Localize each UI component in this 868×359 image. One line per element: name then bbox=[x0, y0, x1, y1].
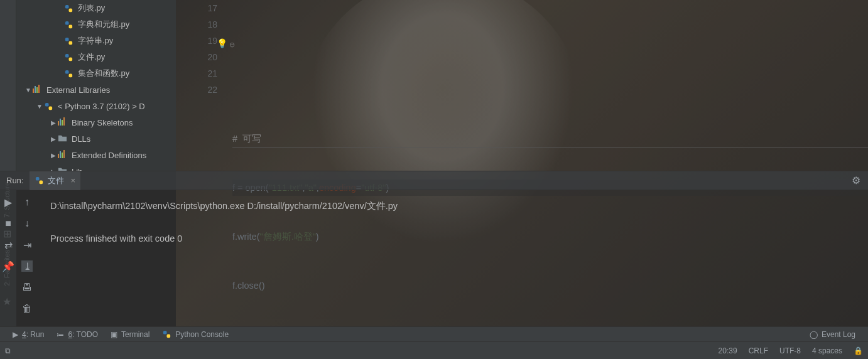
folder-icon bbox=[58, 166, 68, 171]
python-label: < Python 3.7 (2102) > D bbox=[58, 102, 145, 111]
svg-rect-15 bbox=[167, 335, 171, 338]
python-icon bbox=[44, 101, 54, 111]
file-label: 文件.py bbox=[78, 51, 105, 63]
svg-rect-2 bbox=[65, 21, 69, 24]
file-label: 列表.py bbox=[78, 3, 105, 14]
chevron-right-icon: ▶ bbox=[49, 152, 58, 159]
pin-button[interactable]: 📌 bbox=[3, 260, 14, 272]
run-toolbar-right: ↑ ↓ ⇥ ⤓ 🖶 🗑 bbox=[16, 190, 38, 326]
lib-label: DLLs bbox=[72, 134, 90, 144]
gear-icon[interactable]: ⚙ bbox=[844, 174, 868, 186]
run-tab-label: 文件 bbox=[48, 175, 64, 186]
terminal-tool-button[interactable]: ▣Terminal bbox=[104, 330, 156, 339]
file-item[interactable]: 字典和元组.py bbox=[16, 16, 176, 33]
file-item[interactable]: 文件.py bbox=[16, 49, 176, 65]
file-label: 字符串.py bbox=[78, 35, 113, 46]
ext-lib-label: External Libraries bbox=[46, 85, 110, 95]
console-output[interactable]: D:\install\pycharm\2102\venv\Scripts\pyt… bbox=[38, 190, 868, 326]
lib-item[interactable]: ▶Lib bbox=[16, 163, 176, 171]
svg-rect-8 bbox=[65, 70, 69, 73]
line-number: 19💡 bbox=[176, 33, 217, 49]
skeletons-icon bbox=[58, 150, 68, 160]
line-number: 22 bbox=[176, 82, 217, 98]
svg-rect-9 bbox=[69, 73, 73, 77]
lightbulb-icon[interactable]: 💡 bbox=[217, 35, 227, 51]
bottom-tool-bar: ▶4: Run ≔6: TODO ▣Terminal Python Consol… bbox=[0, 326, 868, 341]
python-file-icon bbox=[64, 52, 74, 62]
lib-item[interactable]: ▶Binary Skeletons bbox=[16, 114, 176, 131]
run-tab[interactable]: 文件 × bbox=[30, 171, 80, 190]
lib-item[interactable]: ▶DLLs bbox=[16, 131, 176, 147]
status-bar: ⧉ 20:39 CRLF UTF-8 4 spaces 🔒 bbox=[0, 341, 868, 359]
svg-rect-6 bbox=[65, 53, 69, 57]
chevron-right-icon: ▶ bbox=[49, 119, 58, 126]
up-button[interactable]: ↑ bbox=[21, 196, 33, 208]
lib-item[interactable]: ▶Extended Definitions bbox=[16, 147, 176, 163]
chevron-down-icon: ▼ bbox=[24, 87, 33, 94]
line-number: 21 bbox=[176, 65, 217, 82]
file-label: 集合和函数.py bbox=[78, 68, 129, 79]
line-gutter: 17 18 19💡 20 21 22 ⊖ bbox=[176, 0, 232, 171]
run-toolbar-left: ▶ ■ ⇄ 📌 bbox=[0, 190, 16, 326]
file-item[interactable]: 列表.py bbox=[16, 0, 176, 16]
python-file-icon bbox=[64, 19, 74, 29]
svg-rect-14 bbox=[163, 331, 167, 335]
svg-rect-12 bbox=[36, 177, 40, 181]
layout-button[interactable]: ⇄ bbox=[3, 239, 14, 250]
svg-rect-7 bbox=[69, 57, 73, 61]
status-time: 20:39 bbox=[719, 346, 737, 355]
close-icon[interactable]: × bbox=[70, 176, 75, 185]
libraries-icon bbox=[33, 85, 43, 95]
lib-label: Binary Skeletons bbox=[72, 118, 133, 127]
code-editor[interactable]: 17 18 19💡 20 21 22 ⊖ # 可写 f = open("111.… bbox=[176, 0, 868, 171]
python-file-icon bbox=[64, 36, 74, 46]
status-lock-icon[interactable]: 🔒 bbox=[854, 346, 863, 355]
chevron-down-icon: ▼ bbox=[35, 103, 44, 110]
folder-icon bbox=[58, 134, 68, 144]
svg-rect-5 bbox=[69, 41, 73, 45]
svg-rect-4 bbox=[65, 37, 69, 41]
event-log-button[interactable]: ◯Event Log bbox=[803, 330, 862, 339]
status-indent[interactable]: 4 spaces bbox=[812, 346, 842, 355]
project-tree[interactable]: 列表.py 字典和元组.py 字符串.py 文件.py 集合和函数.py ▼Ex… bbox=[16, 0, 176, 171]
svg-rect-11 bbox=[49, 106, 53, 110]
code-area[interactable]: # 可写 f = open("111.txt","a",encoding="ut… bbox=[232, 0, 868, 171]
run-label: Run: bbox=[0, 176, 30, 185]
svg-rect-3 bbox=[69, 24, 73, 28]
rerun-button[interactable]: ▶ bbox=[3, 196, 14, 208]
gutter-strip bbox=[0, 0, 16, 171]
run-panel: Run: 文件 × ⚙ ▶ ■ ⇄ 📌 ↑ ↓ ⇥ ⤓ 🖶 🗑 D:\insta… bbox=[0, 171, 868, 326]
svg-rect-1 bbox=[69, 8, 73, 12]
editor-divider bbox=[232, 147, 868, 147]
skeletons-icon bbox=[58, 117, 68, 127]
scroll-button[interactable]: ⤓ bbox=[21, 260, 33, 272]
status-line-sep[interactable]: CRLF bbox=[749, 346, 768, 355]
file-label: 字典和元组.py bbox=[78, 19, 129, 30]
lib-label: Extended Definitions bbox=[72, 151, 146, 160]
line-number: 17 bbox=[176, 0, 217, 16]
delete-button[interactable]: 🗑 bbox=[21, 303, 33, 314]
run-header: Run: 文件 × ⚙ bbox=[0, 171, 868, 190]
down-button[interactable]: ↓ bbox=[21, 218, 33, 229]
external-libraries[interactable]: ▼External Libraries bbox=[16, 82, 176, 98]
svg-rect-0 bbox=[65, 4, 69, 8]
file-item[interactable]: 字符串.py bbox=[16, 33, 176, 49]
file-item[interactable]: 集合和函数.py bbox=[16, 65, 176, 82]
wrap-button[interactable]: ⇥ bbox=[21, 239, 33, 250]
chevron-right-icon: ▶ bbox=[49, 136, 58, 142]
code-comment: # 可写 bbox=[232, 134, 261, 144]
svg-rect-13 bbox=[40, 181, 43, 185]
stop-button[interactable]: ■ bbox=[3, 218, 14, 229]
python-file-icon bbox=[35, 176, 44, 185]
todo-tool-button[interactable]: ≔6: TODO bbox=[50, 330, 104, 339]
run-tool-button[interactable]: ▶4: Run bbox=[6, 330, 50, 339]
python-sdk[interactable]: ▼< Python 3.7 (2102) > D bbox=[16, 98, 176, 114]
line-number: 20 bbox=[176, 49, 217, 65]
layout-toggle-icon[interactable]: ⧉ bbox=[5, 346, 11, 355]
line-number: 18 bbox=[176, 16, 217, 33]
python-console-button[interactable]: Python Console bbox=[156, 330, 235, 339]
print-button[interactable]: 🖶 bbox=[21, 282, 33, 293]
console-line: D:\install\pycharm\2102\venv\Scripts\pyt… bbox=[50, 198, 855, 214]
status-encoding[interactable]: UTF-8 bbox=[779, 346, 801, 355]
console-line: Process finished with exit code 0 bbox=[50, 230, 855, 247]
